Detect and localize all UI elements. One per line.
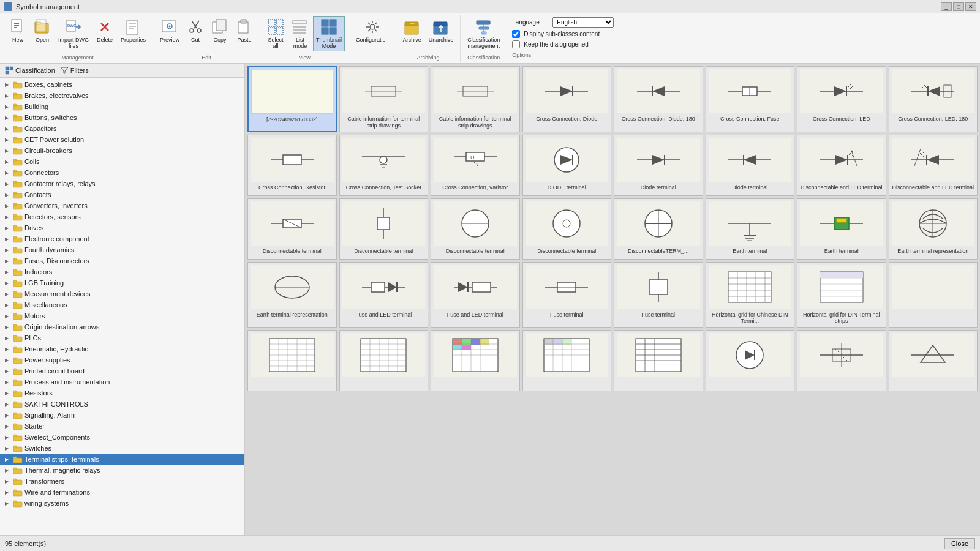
copy-button[interactable]: Copy — [208, 16, 232, 45]
thumb-item-horiz-grid-cn[interactable]: Horizontal grid for Chinese DIN Termi... — [706, 262, 795, 328]
sidebar-item-contacts[interactable]: ▶ Contacts — [0, 189, 244, 200]
sidebar-item-origin-dest[interactable]: ▶ Origin-destination arrows — [0, 321, 244, 332]
thumb-item-earth-rep2[interactable]: Earth terminal representation — [247, 262, 337, 328]
thumb-item-fuse-terminal[interactable]: Fuse terminal — [522, 262, 612, 328]
sidebar-item-plcs[interactable]: ▶ PLCs — [0, 332, 244, 343]
open-button[interactable]: Open — [31, 16, 54, 45]
properties-button[interactable]: Properties — [118, 16, 149, 45]
thumb-item-horiz-grid-din[interactable]: Horizontal grid for DIN Terminal strips — [797, 262, 886, 328]
sidebar-item-converters[interactable]: ▶ Converters, Inverters — [0, 200, 244, 211]
sidebar-item-process-inst[interactable]: ▶ Process and instrumentation — [0, 377, 244, 388]
thumb-item-earth-rep[interactable]: Earth terminal representation — [889, 198, 978, 260]
sidebar-item-measurement[interactable]: ▶ Measurement devices — [0, 288, 244, 299]
sidebar-item-drives[interactable]: ▶ Drives — [0, 222, 244, 233]
thumb-item-cross-test[interactable]: Cross Connection, Test Socket — [339, 135, 429, 196]
thumb-item-cross-resistor[interactable]: Cross Connection, Resistor — [247, 135, 337, 196]
select-all-button[interactable]: Selectall — [264, 16, 287, 51]
thumb-item-grid4[interactable] — [522, 330, 612, 391]
thumb-item-grid3[interactable] — [431, 330, 520, 391]
thumb-item-diode-terminal3[interactable]: Diode terminal — [706, 135, 795, 196]
thumb-item-disconnectable2[interactable]: Disconnectable terminal — [339, 198, 429, 260]
sidebar-item-thermal[interactable]: ▶ Thermal, magnetic relays — [0, 465, 244, 476]
sidebar-item-inductors[interactable]: ▶ Inductors — [0, 266, 244, 277]
sidebar-item-electronic[interactable]: ▶ Electronic component — [0, 233, 244, 244]
new-button[interactable]: + New — [6, 16, 29, 45]
import-dwg-button[interactable]: DWG Import DWGfiles — [55, 16, 92, 51]
sidebar-item-signalling[interactable]: ▶ Signalling, Alarm — [0, 410, 244, 421]
thumb-item-cross-diode[interactable]: Cross Connection, Diode — [522, 66, 612, 132]
sidebar-item-swelect[interactable]: ▶ Swelect_Components — [0, 432, 244, 443]
sidebar-item-power-supplies[interactable]: ▶ Power supplies — [0, 354, 244, 365]
classification-mgmt-button[interactable]: Classificationmanagement — [464, 16, 503, 51]
sidebar-item-detectors[interactable]: ▶ Detectors, sensors — [0, 211, 244, 222]
configuration-button[interactable]: Configuration — [353, 16, 392, 45]
thumb-item-diode-terminal[interactable]: DIODE terminal — [522, 135, 612, 196]
thumb-item-cross-led-180[interactable]: Cross Connection, LED, 180 — [889, 66, 978, 132]
classification-tab[interactable]: Classification — [5, 66, 55, 75]
language-select[interactable]: English — [552, 17, 614, 28]
sidebar-item-buttons[interactable]: ▶ Buttons, switches — [0, 112, 244, 123]
sidebar-item-cet-power[interactable]: ▶ CET Power solution — [0, 134, 244, 145]
thumb-item-fuse-terminal2[interactable]: Fuse terminal — [614, 262, 703, 328]
thumb-item-diode-terminal2[interactable]: Diode terminal — [614, 135, 703, 196]
minimize-button[interactable]: _ — [941, 2, 952, 11]
sidebar-item-resistors[interactable]: ▶ Resistors — [0, 388, 244, 399]
thumb-item-cross-fuse[interactable]: Cross Connection, Fuse — [706, 66, 795, 132]
thumb-item-disconnectable-led2[interactable]: Disconnectable and LED terminal — [889, 135, 978, 196]
cut-button[interactable]: Cut — [184, 16, 207, 45]
thumb-item-grid5[interactable] — [614, 330, 703, 391]
thumb-item-2[interactable]: Cable information for terminal strip dra… — [339, 66, 429, 132]
sidebar-item-starter[interactable]: ▶ Starter — [0, 421, 244, 432]
thumb-item-cross-led[interactable]: Cross Connection, LED — [797, 66, 886, 132]
sidebar-item-capacitors[interactable]: ▶ Capacitors — [0, 123, 244, 134]
sidebar-item-fourth-dynamics[interactable]: ▶ Fourth dynamics — [0, 244, 244, 255]
thumb-item-cross-diode-180[interactable]: Cross Connection, Diode, 180 — [614, 66, 703, 132]
thumb-item-empty[interactable] — [889, 262, 978, 328]
thumb-item-cross-varistor[interactable]: U Cross Connection, Varistor — [431, 135, 520, 196]
sidebar-item-brakes[interactable]: ▶ Brakes, electrovalves — [0, 90, 244, 101]
thumb-item-grid2[interactable] — [339, 330, 429, 391]
sidebar-item-transformers[interactable]: ▶ Transformers — [0, 476, 244, 487]
sidebar-item-circuit-breakers[interactable]: ▶ Circuit-breakers — [0, 145, 244, 156]
thumbnail-mode-button[interactable]: ThumbnailMode — [313, 16, 345, 51]
thumb-item-symbol1[interactable] — [797, 330, 886, 391]
thumb-item-grid1[interactable] — [247, 330, 337, 391]
keep-dialog-checkbox[interactable] — [512, 40, 520, 48]
thumb-item-3[interactable]: Cable information for terminal strip dra… — [431, 66, 520, 132]
maximize-button[interactable]: □ — [953, 2, 964, 11]
thumb-item-fuse-led[interactable]: Fuse and LED terminal — [339, 262, 429, 328]
close-button[interactable]: ✕ — [965, 2, 976, 11]
thumb-item-disconnectable-led[interactable]: Disconnectable and LED terminal — [797, 135, 886, 196]
thumb-item-selected[interactable]: [Z-20240926170332] — [247, 66, 337, 132]
sidebar-item-motors[interactable]: ▶ Motors — [0, 310, 244, 321]
sidebar-item-wire-term[interactable]: ▶ Wire and terminations — [0, 487, 244, 498]
thumb-item-earth-terminal[interactable]: Earth terminal — [706, 198, 795, 260]
thumb-item-symbol2[interactable] — [889, 330, 978, 391]
thumb-item-disconnectable-term[interactable]: DisconnectableTERM_... — [614, 198, 703, 260]
sidebar-item-lgb[interactable]: ▶ LGB Training — [0, 277, 244, 288]
sidebar-item-building[interactable]: ▶ Building — [0, 101, 244, 112]
sidebar-item-wiring[interactable]: ▶ wiring systems — [0, 498, 244, 509]
sidebar-item-connectors[interactable]: ▶ Connectors — [0, 167, 244, 178]
delete-button[interactable]: Delete — [93, 16, 116, 45]
sidebar-item-coils[interactable]: ▶ Coils — [0, 156, 244, 167]
close-button[interactable]: Close — [944, 538, 975, 549]
sidebar-item-miscellaneous[interactable]: ▶ Miscellaneous — [0, 299, 244, 310]
thumb-item-circle-diode[interactable] — [706, 330, 795, 391]
preview-button[interactable]: Preview — [157, 16, 183, 45]
thumb-item-earth-terminal2[interactable]: Earth terminal — [797, 198, 886, 260]
sidebar-item-fuses[interactable]: ▶ Fuses, Disconnectors — [0, 255, 244, 266]
paste-button[interactable]: Paste — [233, 16, 256, 45]
sidebar-item-pneumatic[interactable]: ▶ Pneumatic, Hydraulic — [0, 343, 244, 354]
sidebar-item-sakthi[interactable]: ▶ SAKTHI CONTROLS — [0, 399, 244, 410]
thumb-item-disconnectable4[interactable]: Disconnectable terminal — [522, 198, 612, 260]
sidebar-item-boxes[interactable]: ▶ Boxes, cabinets — [0, 79, 244, 90]
sidebar-item-contactor-relays[interactable]: ▶ Contactor relays, relays — [0, 178, 244, 189]
unarchive-button[interactable]: Unarchive — [426, 16, 457, 45]
sidebar-item-printed-circuit[interactable]: ▶ Printed circuit board — [0, 365, 244, 377]
thumb-item-disconnectable3[interactable]: Disconnectable terminal — [431, 198, 520, 260]
archive-button[interactable]: Archive — [400, 16, 424, 45]
sidebar-item-switches[interactable]: ▶ Switches — [0, 443, 244, 454]
display-sub-classes-checkbox[interactable] — [512, 30, 520, 38]
thumb-item-disconnectable1[interactable]: Disconnectable terminal — [247, 198, 337, 260]
